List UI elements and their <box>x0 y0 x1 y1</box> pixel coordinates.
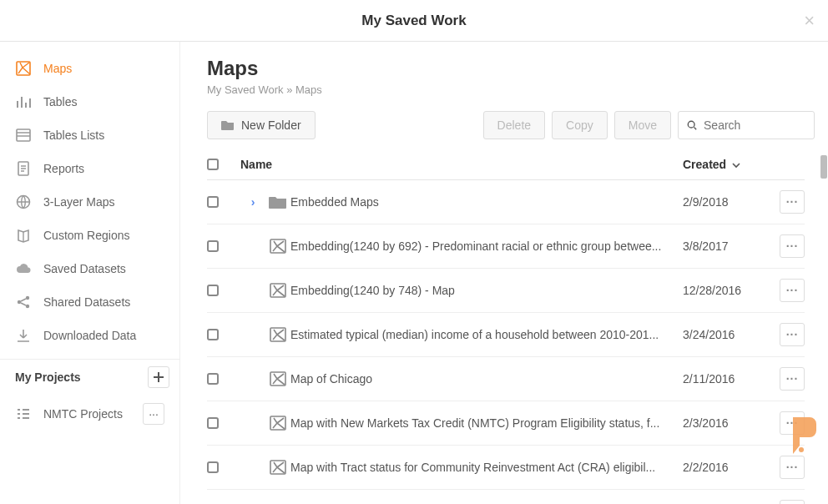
column-header-name[interactable]: Name <box>240 158 683 171</box>
row-checkbox[interactable] <box>207 329 219 340</box>
sidebar-item-label: Shared Datasets <box>43 295 130 309</box>
svg-point-6 <box>26 305 29 308</box>
project-label: NMTC Projects <box>43 407 123 421</box>
sidebar-item-label: Tables <box>43 95 77 108</box>
globe-icon <box>15 194 32 210</box>
table-row: ›Embedded Maps2/9/2018··· <box>207 180 805 224</box>
row-more-button[interactable]: ··· <box>780 500 805 504</box>
row-name[interactable]: Map with New Markets Tax Credit (NMTC) P… <box>290 416 683 430</box>
table-row: Map with Predominant racial or ethnic gr… <box>207 490 805 504</box>
bars-icon <box>15 93 32 110</box>
row-created: 2/11/2016 <box>683 372 771 386</box>
close-icon[interactable]: × <box>804 10 815 32</box>
row-more-button[interactable]: ··· <box>780 190 805 214</box>
expand-chevron-icon[interactable]: › <box>251 195 255 209</box>
delete-button[interactable]: Delete <box>483 111 545 139</box>
sidebar-item-reports[interactable]: Reports <box>0 152 179 185</box>
table-row: Embedding(1240 by 692) - Predominant rac… <box>207 224 805 269</box>
main-content: Maps My Saved Work » Maps New Folder Del… <box>180 42 828 504</box>
cloud-icon <box>15 260 32 277</box>
row-name[interactable]: Map of Chicago <box>290 372 683 386</box>
column-header-created[interactable]: Created <box>683 158 771 171</box>
project-more-button[interactable]: ··· <box>143 403 164 425</box>
table-row: Map with Tract status for Community Rein… <box>207 446 805 490</box>
svg-rect-1 <box>17 129 30 141</box>
sidebar-item-label: Maps <box>43 62 72 75</box>
map-icon <box>269 415 287 431</box>
page-title: Maps <box>207 57 815 80</box>
breadcrumb-leaf: Maps <box>295 83 322 96</box>
map-icon <box>15 60 32 77</box>
row-created: 2/2/2016 <box>683 461 771 474</box>
folder-icon <box>269 194 287 210</box>
search-box[interactable] <box>678 111 815 139</box>
map-icon <box>269 282 287 299</box>
add-project-button[interactable] <box>148 366 169 388</box>
map-icon <box>269 326 287 343</box>
sidebar-item-label: 3-Layer Maps <box>43 195 115 209</box>
map-icon <box>269 459 287 476</box>
doc-icon <box>15 160 32 177</box>
share-icon <box>15 294 32 310</box>
row-checkbox[interactable] <box>207 417 219 429</box>
list-icon <box>15 406 32 422</box>
sidebar-item-3-layer-maps[interactable]: 3-Layer Maps <box>0 185 179 219</box>
sidebar-item-maps[interactable]: Maps <box>0 52 179 85</box>
sidebar-item-tables[interactable]: Tables <box>0 85 179 118</box>
scrollbar-thumb[interactable] <box>820 155 827 179</box>
map-icon <box>269 238 287 255</box>
new-folder-button[interactable]: New Folder <box>207 111 316 139</box>
copy-button[interactable]: Copy <box>552 111 608 139</box>
row-checkbox[interactable] <box>207 373 219 385</box>
move-button[interactable]: Move <box>614 111 671 139</box>
row-name[interactable]: Embedding(1240 by 692) - Predominant rac… <box>290 239 683 253</box>
project-item[interactable]: NMTC Projects··· <box>0 395 179 433</box>
row-checkbox[interactable] <box>207 285 219 296</box>
row-more-button[interactable]: ··· <box>780 456 805 479</box>
table-row: Estimated typical (median) income of a h… <box>207 313 805 357</box>
row-created: 3/24/2016 <box>683 328 771 341</box>
row-name[interactable]: Map with Tract status for Community Rein… <box>290 461 683 474</box>
table: Name Created ›Embedded Maps2/9/2018···Em… <box>207 149 815 504</box>
table-row: Embedding(1240 by 748) - Map12/28/2016··… <box>207 269 805 313</box>
modal-header: My Saved Work × <box>0 0 828 42</box>
svg-point-5 <box>26 296 29 300</box>
breadcrumb-root[interactable]: My Saved Work <box>207 83 284 96</box>
chevron-down-icon <box>731 160 741 170</box>
row-more-button[interactable]: ··· <box>780 234 805 258</box>
row-checkbox[interactable] <box>207 240 219 252</box>
row-name[interactable]: Estimated typical (median) income of a h… <box>290 328 683 341</box>
row-more-button[interactable]: ··· <box>780 367 805 391</box>
sidebar-item-label: Saved Datasets <box>43 262 126 275</box>
row-name[interactable]: Embedding(1240 by 748) - Map <box>290 284 683 297</box>
region-icon <box>15 227 32 244</box>
row-checkbox[interactable] <box>207 461 219 473</box>
folder-icon <box>221 119 235 131</box>
table-header: Name Created <box>207 149 805 180</box>
sidebar-item-custom-regions[interactable]: Custom Regions <box>0 219 179 252</box>
download-icon <box>15 327 32 344</box>
sidebar-item-saved-datasets[interactable]: Saved Datasets <box>0 252 179 285</box>
plus-icon <box>153 371 164 383</box>
row-checkbox[interactable] <box>207 196 219 208</box>
row-more-button[interactable]: ··· <box>780 411 805 435</box>
row-name[interactable]: Embedded Maps <box>290 195 683 209</box>
sidebar-item-label: Reports <box>43 162 84 175</box>
projects-heading: My Projects <box>15 370 81 384</box>
row-created: 3/8/2017 <box>683 239 771 253</box>
row-created: 2/3/2016 <box>683 416 771 430</box>
sidebar-item-tables-lists[interactable]: Tables Lists <box>0 118 179 152</box>
toolbar: New Folder Delete Copy Move <box>207 111 815 139</box>
svg-point-4 <box>18 300 21 304</box>
search-input[interactable] <box>704 118 805 132</box>
select-all-checkbox[interactable] <box>207 159 219 170</box>
modal-title: My Saved Work <box>361 13 466 29</box>
sidebar-item-downloaded-data[interactable]: Downloaded Data <box>0 319 179 352</box>
sidebar-item-shared-datasets[interactable]: Shared Datasets <box>0 285 179 319</box>
sidebar-item-label: Downloaded Data <box>43 329 136 342</box>
row-more-button[interactable]: ··· <box>780 323 805 346</box>
table-row: Map with New Markets Tax Credit (NMTC) P… <box>207 401 805 446</box>
search-icon <box>687 119 697 131</box>
svg-point-7 <box>688 121 694 128</box>
row-more-button[interactable]: ··· <box>780 279 805 302</box>
